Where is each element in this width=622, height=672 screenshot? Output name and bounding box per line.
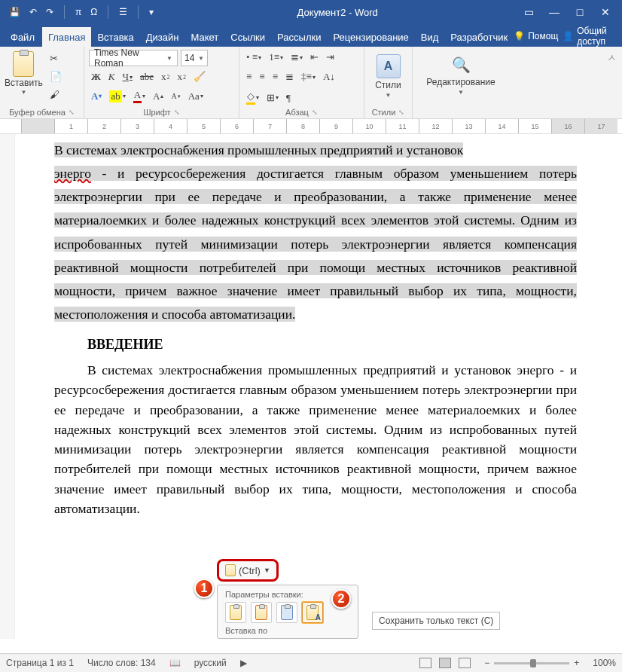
ribbon-tabs: Файл Главная Вставка Дизайн Макет Ссылки… <box>0 24 622 47</box>
horizontal-ruler[interactable]: 1 2 3 4 5 6 7 8 9 10 11 12 13 14 15 16 1… <box>0 119 622 134</box>
page-indicator[interactable]: Страница 1 из 1 <box>6 658 74 668</box>
language-indicator[interactable]: русский <box>194 658 227 668</box>
statusbar: Страница 1 из 1 Число слов: 134 📖 русски… <box>0 653 622 672</box>
zoom-in-icon[interactable]: + <box>574 658 579 668</box>
tab-insert[interactable]: Вставка <box>91 27 139 47</box>
zoom-out-icon[interactable]: − <box>484 658 489 668</box>
font-size-dropdown[interactable]: 14▼ <box>181 50 208 66</box>
tab-design[interactable]: Дизайн <box>140 27 185 47</box>
italic-button[interactable]: К <box>106 69 117 84</box>
font-color-button[interactable]: А ▾ <box>131 87 148 105</box>
tab-review[interactable]: Рецензирование <box>327 27 414 47</box>
vertical-ruler[interactable] <box>0 134 15 639</box>
omega-icon[interactable]: Ω <box>90 7 97 17</box>
heading-intro: ВВЕДЕНИЕ <box>21 337 613 353</box>
group-clipboard-label: Буфер обмена⤡ <box>5 106 79 117</box>
chevron-down-icon[interactable]: ▼ <box>20 89 26 96</box>
group-styles-label: Стили⤡ <box>369 106 407 117</box>
redo-icon[interactable]: ↷ <box>46 7 53 17</box>
maximize-icon[interactable]: □ <box>574 6 586 18</box>
align-left-button[interactable]: ≡ <box>244 69 254 84</box>
paste-options-ctrl-button[interactable]: (Ctrl) ▼ <box>217 559 279 582</box>
paste-button[interactable]: Вставить ▼ <box>5 51 43 96</box>
group-font-label: Шрифт⤡ <box>89 106 234 117</box>
titlebar: 💾 ↶ ↷ π Ω ☰ ▾ Документ2 - Word ▭ — □ ✕ <box>0 0 622 24</box>
multilevel-button[interactable]: ≣▾ <box>288 50 305 65</box>
tab-references[interactable]: Ссылки <box>224 27 271 47</box>
tab-file[interactable]: Файл <box>3 27 42 47</box>
tab-home[interactable]: Главная <box>42 27 91 47</box>
bold-button[interactable]: Ж <box>89 69 103 84</box>
shrink-font-button[interactable]: A▾ <box>169 90 182 102</box>
paste-text-only-button[interactable]: A <box>302 602 323 623</box>
align-center-button[interactable]: ≡ <box>257 69 267 84</box>
grow-font-button[interactable]: A▴ <box>151 89 166 104</box>
styles-button[interactable]: A Стили ▼ <box>369 54 407 99</box>
search-icon: 🔍 <box>450 54 471 75</box>
styles-icon: A <box>377 54 401 78</box>
chevron-down-icon[interactable]: ▼ <box>458 89 464 96</box>
share-button[interactable]: 👤 Общий доступ <box>563 26 614 47</box>
close-icon[interactable]: ✕ <box>599 6 611 18</box>
tab-developer[interactable]: Разработчик <box>444 27 514 47</box>
document-area[interactable]: В системах электроснабжения промышленных… <box>0 134 622 639</box>
copy-icon[interactable]: 📄 <box>47 69 64 84</box>
justify-button[interactable]: ≣ <box>283 69 296 84</box>
collapse-ribbon-icon[interactable]: ㅅ <box>605 50 619 66</box>
save-icon[interactable]: 💾 <box>9 7 20 17</box>
clipboard-icon <box>13 51 34 77</box>
underline-button[interactable]: Ч ▾ <box>120 69 135 84</box>
word-count[interactable]: Число слов: 134 <box>87 658 156 668</box>
text-effects-button[interactable]: A ▾ <box>89 89 104 104</box>
group-paragraph-label: Абзац⤡ <box>244 106 359 117</box>
format-painter-icon[interactable]: 🖌 <box>47 87 64 102</box>
macro-icon[interactable]: ▶ <box>240 658 247 668</box>
sort-button[interactable]: A↓ <box>321 69 337 84</box>
view-print-icon[interactable] <box>439 658 451 668</box>
minimize-icon[interactable]: — <box>548 6 560 18</box>
highlight-button[interactable]: ab ▾ <box>107 89 127 104</box>
shading-button[interactable]: ◇▾ <box>244 89 261 106</box>
align-right-button[interactable]: ≡ <box>270 69 280 84</box>
chevron-down-icon[interactable]: ▼ <box>386 92 392 99</box>
paste-tooltip: Сохранить только текст (С) <box>372 612 500 630</box>
show-marks-button[interactable]: ¶ <box>284 90 293 105</box>
paste-merge-formatting-button[interactable] <box>251 602 272 623</box>
callout-2: 2 <box>331 589 351 609</box>
undo-icon[interactable]: ↶ <box>29 7 37 17</box>
paste-picture-button[interactable] <box>276 602 297 623</box>
tab-layout[interactable]: Макет <box>184 27 224 47</box>
qat-menu-icon[interactable]: ▾ <box>149 7 154 17</box>
increase-indent-button[interactable]: ⇥ <box>324 50 337 65</box>
list-icon[interactable]: ☰ <box>119 7 127 17</box>
chevron-down-icon: ▼ <box>264 567 270 574</box>
zoom-slider[interactable]: − + <box>484 658 579 668</box>
view-read-icon[interactable] <box>419 658 431 668</box>
strikethrough-button[interactable]: abe <box>138 69 156 84</box>
zoom-level[interactable]: 100% <box>593 658 616 668</box>
tab-mailings[interactable]: Рассылки <box>271 27 327 47</box>
ribbon-options-icon[interactable]: ▭ <box>523 6 535 18</box>
ribbon: Вставить ▼ ✂ 📄 🖌 Буфер обмена⤡ Times New… <box>0 47 622 119</box>
view-web-icon[interactable] <box>459 658 471 668</box>
borders-button[interactable]: ⊞▾ <box>264 90 281 105</box>
numbering-button[interactable]: 1≡▾ <box>267 50 285 65</box>
font-name-dropdown[interactable]: Times New Roman▼ <box>89 50 178 66</box>
pi-icon[interactable]: π <box>75 7 81 17</box>
cut-icon[interactable]: ✂ <box>47 51 64 66</box>
paragraph-1: В системах электроснабжения промышленных… <box>21 139 613 326</box>
decrease-indent-button[interactable]: ⇤ <box>308 50 321 65</box>
callout-1: 1 <box>194 579 214 598</box>
clipboard-icon <box>225 564 236 576</box>
tell-me[interactable]: 💡 Помощ <box>514 31 558 41</box>
bullets-button[interactable]: • ≡▾ <box>244 50 264 65</box>
tab-view[interactable]: Вид <box>415 27 445 47</box>
spellcheck-icon[interactable]: 📖 <box>169 658 181 668</box>
superscript-button[interactable]: x2 <box>175 69 189 84</box>
subscript-button[interactable]: x2 <box>159 69 172 84</box>
editing-button[interactable]: 🔍 Редактирование ▼ <box>417 54 505 96</box>
line-spacing-button[interactable]: ‡≡▾ <box>299 69 318 84</box>
paste-keep-source-button[interactable] <box>225 602 246 623</box>
change-case-button[interactable]: Aa ▾ <box>186 89 206 104</box>
clear-format-button[interactable]: 🧹 <box>191 69 208 84</box>
